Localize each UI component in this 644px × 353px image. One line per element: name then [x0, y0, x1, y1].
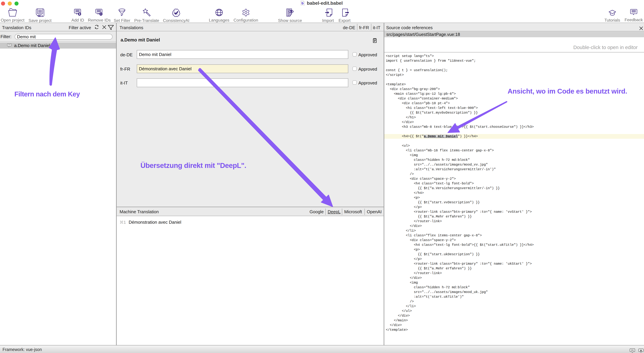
- svg-text:b: b: [302, 1, 304, 5]
